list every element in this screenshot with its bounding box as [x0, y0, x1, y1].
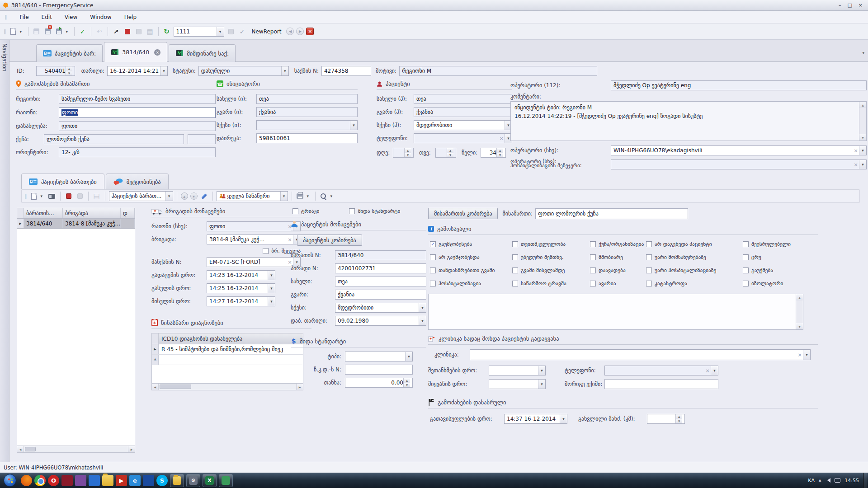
surname-field[interactable]: ქვანია	[335, 290, 426, 300]
grid-hscrollbar[interactable]	[17, 446, 135, 452]
outcome-notes-textarea[interactable]	[428, 294, 803, 330]
chevron-down-icon[interactable]	[711, 366, 718, 375]
outcome-checkbox[interactable]: მშობიარე	[590, 252, 646, 262]
menu-file[interactable]: File	[20, 14, 29, 20]
close-card-button[interactable]	[306, 28, 314, 35]
internet-explorer-icon[interactable]: e	[129, 475, 141, 486]
initiator-surname-field[interactable]: ქვანია	[256, 107, 358, 117]
landmark-field[interactable]: 12- კ/ბ	[59, 147, 216, 157]
menu-help[interactable]: Help	[124, 14, 137, 20]
menu-window[interactable]: Window	[90, 14, 111, 20]
scroll-thumb[interactable]	[160, 385, 191, 389]
minimize-button[interactable]	[839, 2, 841, 8]
outcome-checkbox[interactable]: თვითმკვლელობა	[512, 239, 590, 249]
outcome-checkbox[interactable]: უარი ჰოსპიტალიზაციაზე	[646, 265, 743, 275]
patient-phone-field[interactable]	[414, 133, 512, 143]
print-button[interactable]	[296, 192, 305, 201]
duty-doctor-field[interactable]	[604, 379, 718, 389]
initiator-sex-field[interactable]	[256, 120, 358, 130]
arrival-time-field[interactable]: 14:27 16-12-2014	[207, 296, 275, 306]
standard-type-field[interactable]	[345, 352, 413, 361]
internal-standard-checkbox[interactable]: შიდა სტანდარტი	[349, 208, 400, 214]
maximize-button[interactable]	[847, 2, 852, 8]
address-field[interactable]: ფოთი ლომოურის ქუჩა	[535, 208, 688, 219]
chevron-down-icon[interactable]	[419, 316, 426, 325]
year-field[interactable]: 34	[481, 148, 506, 158]
outcome-checkbox[interactable]: დაავადება	[590, 265, 646, 275]
settings-window-button[interactable]: ⚙	[186, 474, 200, 487]
move-up-button[interactable]	[181, 192, 188, 200]
outcome-checkbox[interactable]: არ დაგვხვდა პაციენტი	[646, 239, 743, 249]
outcome-checkbox[interactable]: უბედური შემთხვ.	[512, 252, 590, 262]
diagnoses-hscrollbar[interactable]	[152, 383, 303, 390]
refresh-button[interactable]	[162, 27, 171, 36]
print-dropdown[interactable]	[307, 194, 311, 198]
chevron-down-icon[interactable]	[538, 380, 545, 389]
column-header[interactable]: ICD10 დიაგნოზის დასახელება	[159, 333, 245, 344]
comment-textarea[interactable]: ინციდენტის ტიპი: რეგიონი M 16.12.2014 14…	[510, 101, 867, 141]
navigation-strip[interactable]: Navigation	[0, 40, 9, 462]
case-number-field[interactable]: 4274358	[321, 66, 371, 76]
app-blue-icon[interactable]	[89, 475, 100, 486]
street-extra-field[interactable]	[188, 134, 216, 144]
month-field[interactable]	[435, 148, 456, 158]
column-header[interactable]: დ	[121, 208, 135, 218]
card-number-field[interactable]: 3814/640	[335, 250, 426, 260]
brigade-field[interactable]: 3814-8 [მამუკა კუჭ...	[207, 235, 301, 244]
table-row[interactable]: 3814/640 3814-8 [მამუკა კუჭ...	[17, 219, 135, 229]
tab-close-icon[interactable]	[154, 49, 160, 56]
amount-spinner[interactable]	[403, 378, 410, 387]
status-field[interactable]: დახურული	[198, 66, 289, 76]
assign-button[interactable]	[112, 27, 121, 36]
menu-view[interactable]: View	[65, 14, 77, 20]
show-desktop-button[interactable]	[863, 473, 867, 488]
outcome-checkbox[interactable]: შეუსრულებელი	[743, 239, 818, 249]
outcome-checkbox[interactable]: გაუმჯობესება	[430, 239, 512, 249]
transfer-time-field[interactable]: 14:23 16-12-2014	[207, 270, 275, 280]
clear-icon[interactable]	[853, 148, 859, 154]
region-field[interactable]: სამეგრელო-ზემო სვანეთი	[59, 94, 216, 104]
verify-button[interactable]	[238, 27, 247, 36]
vehicle-field[interactable]: EM-071-SC [FORD]	[207, 257, 301, 267]
volume-icon[interactable]	[825, 478, 830, 483]
tab-current-case[interactable]: მიმდინარე საქ:	[169, 44, 236, 62]
scroll-left-icon[interactable]	[17, 446, 24, 452]
copy-address-button[interactable]: მისამართის კოპირება	[428, 208, 498, 219]
id-field[interactable]: 540401	[36, 66, 75, 76]
comment-scrollbar[interactable]	[859, 102, 866, 141]
save-button[interactable]	[32, 27, 41, 36]
operator-ssd-field[interactable]: WIN-4IPHG66UO78\ekadagishvili	[611, 145, 867, 155]
office-window-button[interactable]	[219, 474, 233, 487]
operator-112-field[interactable]: მჭედლიძე Op ევატერინე eng	[611, 80, 867, 90]
chevron-down-icon[interactable]	[803, 350, 810, 360]
initiator-name-field[interactable]: თეა	[256, 94, 358, 104]
new-record-button[interactable]	[29, 192, 38, 201]
district-field[interactable]: ფოთი	[59, 107, 216, 118]
opera-icon[interactable]: O	[48, 475, 59, 486]
personal-id-field[interactable]: 42001002731	[335, 263, 426, 273]
outcome-checkbox[interactable]: იზოლატორი	[743, 278, 818, 288]
confirm-button[interactable]	[78, 27, 87, 36]
chevron-down-icon[interactable]	[165, 192, 173, 201]
display-icon[interactable]	[835, 478, 840, 483]
caller-number-field[interactable]: 598610061	[256, 133, 358, 143]
scroll-thumb[interactable]	[25, 447, 36, 451]
search-dropdown[interactable]	[330, 194, 335, 198]
notes-scrollbar[interactable]	[796, 294, 803, 329]
skype-icon[interactable]: S	[156, 475, 168, 486]
release-time-field[interactable]: 14:37 16-12-2014	[504, 414, 567, 424]
chevron-down-icon[interactable]	[217, 27, 224, 36]
outcome-checkbox[interactable]: საწარმოო ტრავმა	[512, 278, 590, 288]
triage-checkbox[interactable]: ტრიაჟი	[292, 208, 319, 214]
street-field[interactable]: ლომოურის ქუჩა	[44, 134, 184, 144]
distance-field[interactable]	[647, 414, 685, 424]
chrome-icon[interactable]	[34, 475, 46, 486]
save-export-button[interactable]	[55, 27, 64, 36]
tab-messages[interactable]: შეტყობინება	[106, 174, 169, 189]
outcome-checkbox[interactable]: ჰოსპიტალიზაცია	[430, 278, 512, 288]
chevron-down-icon[interactable]	[281, 66, 288, 75]
amount-field[interactable]: 0.00	[345, 378, 413, 388]
id-spinner[interactable]	[66, 66, 72, 75]
clear-icon[interactable]	[498, 136, 505, 141]
outcome-checkbox[interactable]: კატასტროფა	[646, 278, 743, 288]
